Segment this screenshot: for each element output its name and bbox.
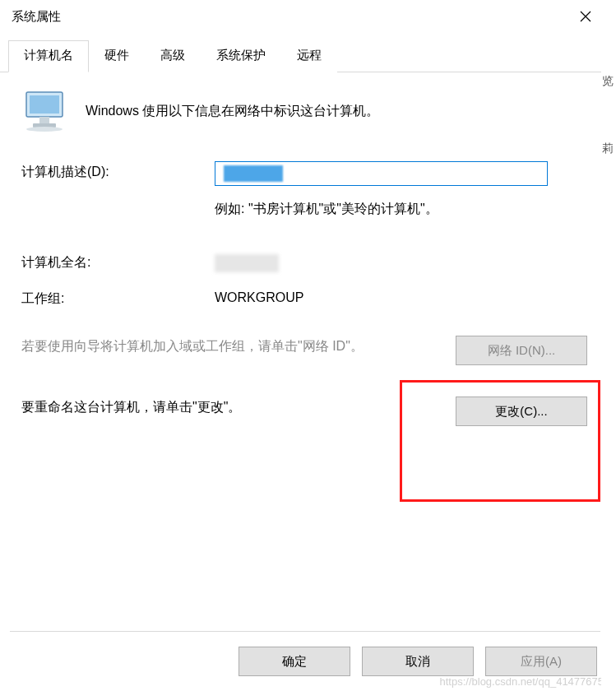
fullname-label: 计算机全名: (21, 254, 215, 276)
svg-point-4 (26, 127, 63, 132)
description-row: 计算机描述(D): 例如: "书房计算机"或"美玲的计算机"。 (21, 161, 587, 243)
svg-rect-2 (39, 117, 49, 123)
watermark: https://blog.csdn.net/qq_41477675 (440, 675, 604, 688)
close-icon (580, 11, 591, 22)
tab-content: Windows 使用以下信息在网络中标识这台计算机。 计算机描述(D): 例如:… (0, 72, 609, 451)
change-text: 要重命名这台计算机，请单击"更改"。 (21, 397, 241, 418)
fullname-row: 计算机全名: (21, 254, 587, 276)
intro-row: Windows 使用以下信息在网络中标识这台计算机。 (21, 89, 587, 133)
workgroup-value: WORKGROUP (215, 290, 303, 308)
description-example: 例如: "书房计算机"或"美玲的计算机"。 (215, 201, 587, 218)
apply-button: 应用(A) (485, 647, 597, 676)
right-edge-fragment: 览 莉 (601, 0, 609, 691)
tab-computer-name[interactable]: 计算机名 (8, 40, 89, 72)
footer-divider (10, 631, 600, 632)
redacted-value (224, 165, 283, 182)
change-button[interactable]: 更改(C)... (456, 397, 587, 426)
network-id-text: 若要使用向导将计算机加入域或工作组，请单击"网络 ID"。 (21, 336, 364, 357)
description-input[interactable] (215, 161, 548, 186)
tab-remote[interactable]: 远程 (281, 40, 337, 72)
system-properties-window: 系统属性 计算机名 硬件 高级 系统保护 远程 Windows 使用以下信息在网… (0, 0, 609, 691)
computer-icon (21, 89, 71, 133)
description-label: 计算机描述(D): (21, 161, 215, 181)
dialog-footer: 确定 取消 应用(A) (239, 635, 597, 676)
tab-system-protection[interactable]: 系统保护 (201, 40, 281, 72)
tab-advanced[interactable]: 高级 (145, 40, 201, 72)
intro-text: Windows 使用以下信息在网络中标识这台计算机。 (86, 103, 379, 120)
cancel-button[interactable]: 取消 (362, 647, 474, 676)
window-title: 系统属性 (12, 9, 61, 25)
workgroup-row: 工作组: WORKGROUP (21, 290, 587, 308)
svg-rect-1 (30, 95, 59, 114)
action-section: 若要使用向导将计算机加入域或工作组，请单击"网络 ID"。 网络 ID(N)..… (21, 336, 587, 426)
tab-hardware[interactable]: 硬件 (89, 40, 145, 72)
workgroup-label: 工作组: (21, 290, 215, 308)
change-row: 要重命名这台计算机，请单击"更改"。 更改(C)... (21, 397, 587, 426)
network-id-row: 若要使用向导将计算机加入域或工作组，请单击"网络 ID"。 网络 ID(N)..… (21, 336, 587, 365)
redacted-value (215, 254, 279, 272)
fullname-value (215, 254, 279, 276)
titlebar: 系统属性 (0, 0, 609, 33)
network-id-button: 网络 ID(N)... (456, 336, 587, 365)
tab-strip: 计算机名 硬件 高级 系统保护 远程 (0, 39, 609, 72)
ok-button[interactable]: 确定 (239, 647, 350, 676)
